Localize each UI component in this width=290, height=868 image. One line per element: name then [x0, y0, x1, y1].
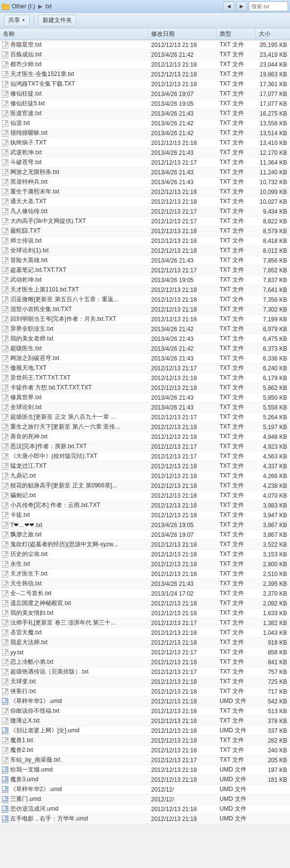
table-row[interactable]: txt 斗破苍穹.txt 2012/12/13 21:17 TXT 文件 11,… — [0, 158, 290, 168]
table-row[interactable]: txt 纨绔病子.TXT 2012/12/13 21:18 TXT 文件 13,… — [0, 138, 290, 148]
table-row[interactable]: txt 超级医生[更新至 正文 第八百九十一章 ... 2012/12/13 2… — [0, 412, 290, 422]
table-row[interactable]: txt 医道官途.txt 2013/4/26 21:43 TXT 文件 16,2… — [0, 109, 290, 119]
table-row[interactable]: txt 永生.txt 2012/12/13 21:18 TXT 文件 2,800… — [0, 559, 290, 569]
table-row[interactable]: txt 微薄止X.txt 2012/12/13 21:18 TXT 文件 378… — [0, 716, 290, 726]
nav-forward-button[interactable]: ▶ — [236, 1, 247, 11]
table-row[interactable]: txt 《大唐小郎中》(校对版完结).TXT 2012/12/13 21:17 … — [0, 452, 290, 461]
table-row[interactable]: txt 卡徒.txt 2012/12/13 21:18 TXT 文件 3,947… — [0, 510, 290, 520]
file-size: 10,732 KB — [256, 179, 290, 186]
table-row[interactable]: txt 侠客行.txt 2012/12/13 21:18 TXT 文件 717 … — [0, 687, 290, 697]
table-row[interactable]: txt 恋上冷酷小弟.txt 2012/12/13 21:18 TXT 文件 8… — [0, 657, 290, 667]
table-row[interactable]: umd 《草样年华1》.umd 2012/12/13 21:18 UMD 文件 … — [0, 697, 290, 706]
file-name-cell: txt 修仙狂徒.txt — [0, 90, 148, 98]
table-row[interactable]: txt 历史的尘埃.txt 2012/12/13 21:18 TXT 文件 3,… — [0, 550, 290, 559]
table-row[interactable]: txt 骗炮记.txt 2012/12/13 21:18 TXT 文件 4,07… — [0, 491, 290, 501]
table-row[interactable]: txt 百炼成仙.txt 2013/4/26 21:42 TXT 文件 23,4… — [0, 50, 290, 60]
nav-back-button[interactable]: ◀ — [223, 1, 234, 11]
table-row[interactable]: txt 异界全职业主.txt 2013/4/26 21:42 TXT 文件 6,… — [0, 324, 290, 334]
table-row[interactable]: txt 回到明朝当王爷[完本]作者：月关.txt.TXT 2012/12/13 … — [0, 314, 290, 324]
table-row[interactable]: txt 武逆乾坤.txt 2013/4/26 21:43 TXT 文件 12,1… — [0, 148, 290, 158]
table-row[interactable]: txt 遗忘国度之神秘殿宣.txt 2012/12/13 21:18 TXT 文… — [0, 599, 290, 608]
table-row[interactable]: txt 九鼎记.txt 2012/12/13 21:18 TXT 文件 4,26… — [0, 471, 290, 481]
table-row[interactable]: txt 最蛇囧.TXT 2012/12/13 21:18 TXT 文件 8,57… — [0, 226, 290, 236]
table-row[interactable]: txt 鬼吹灯(盗墓者的经历)(思源中文网-syzw... 2012/12/13… — [0, 540, 290, 550]
table-row[interactable]: txt 猛龙过江.TXT 2012/12/13 21:18 TXT 文件 4,3… — [0, 461, 290, 471]
file-name: 傲视天地.TXT — [10, 364, 46, 372]
table-row[interactable]: txt 武动乾坤.txt 2013/4/26 19:05 TXT 文件 7,83… — [0, 275, 290, 285]
file-size: 3,867 KB — [256, 531, 290, 538]
table-row[interactable]: txt 天球变.txt 2012/12/13 21:18 TXT 文件 725 … — [0, 677, 290, 687]
table-row[interactable]: txt 卡徒作者 方想.txt.TXT.TXT.TXT 2012/12/13 2… — [0, 383, 290, 393]
table-row[interactable]: txt yy.txt 2012/12/13 21:17 TXT 文件 858 K… — [0, 648, 290, 657]
table-row[interactable]: txt 凡人修仙传.txt 2012/12/13 21:17 TXT 文件 9,… — [0, 207, 290, 217]
table-row[interactable]: txt 善良的死神.txt 2012/12/13 21:18 TXT 文件 4,… — [0, 432, 290, 442]
table-row[interactable]: umd 左手电影，右手：方华年.umd 2012/12/13 21:18 UMD… — [0, 814, 290, 824]
col-header-modified[interactable]: 修改日期 — [148, 28, 217, 40]
table-row[interactable]: txt 超级艳遇传说（完美排版）.txt 2012/12/13 21:17 TX… — [0, 667, 290, 677]
table-row[interactable]: txt 很纯很暧昧.txt 2013/4/26 21:42 TXT 文件 13,… — [0, 128, 290, 138]
col-header-size[interactable]: 大小 — [256, 28, 290, 40]
table-row[interactable]: txt 我的美女老师.txt 2013/4/26 21:43 TXT 文件 6,… — [0, 334, 290, 344]
file-size: 11,240 KB — [256, 169, 290, 176]
table-row[interactable]: txt 都市少帅.txt 2012/12/13 21:18 TXT 文件 23,… — [0, 60, 290, 70]
col-header-name[interactable]: 名称 — [0, 28, 148, 40]
table-row[interactable]: txt 天才医生下.txt 2012/12/13 21:18 TXT 文件 2,… — [0, 569, 290, 579]
table-row[interactable]: txt 盗墓笔记.txt.TXT.TXT 2012/12/13 21:17 TX… — [0, 265, 290, 275]
file-size: 918 KB — [256, 639, 290, 646]
table-row[interactable]: txt 魔兽1.txt 2012/12/13 21:18 TXT 文件 282 … — [0, 736, 290, 746]
table-row[interactable]: umd 《别让老婆上网》[全].umd 2012/12/13 21:18 UMD… — [0, 726, 290, 736]
table-row[interactable]: txt 魔兽2.txt 2012/12/13 21:18 TXT 文件 240 … — [0, 746, 290, 755]
table-row[interactable]: txt 修仙狂徒.txt 2013/4/26 19:07 TXT 文件 17,0… — [0, 89, 290, 99]
table-row[interactable]: umd 悲仿逆流成河.umd 2012/12/13 21:18 UMD 文件 — [0, 804, 290, 814]
table-row[interactable]: txt 我的美女情妇.txt 2012/12/13 21:18 TXT 文件 1… — [0, 608, 290, 618]
col-header-type[interactable]: 类型 — [217, 28, 256, 40]
table-row[interactable]: umd 《草样年华2》.umd 2012/12/ UMD 文件 — [0, 785, 290, 795]
table-row[interactable]: txt 仙鸿路TXT全集下载.TXT 2012/12/13 21:18 TXT … — [0, 79, 290, 89]
table-row[interactable]: txt 法师手礼[更新至 卷三 澎湃年代 第三十... 2012/12/13 2… — [0, 618, 290, 628]
table-row[interactable]: txt 我是大法师.txt 2012/12/13 21:18 TXT 文件 91… — [0, 638, 290, 648]
table-row[interactable]: txt 异世药王.TXT.TXT.TXT 2012/12/13 21:18 TX… — [0, 373, 290, 383]
table-row[interactable]: umd 三重门.umd 2012/12/ UMD 文件 — [0, 795, 290, 804]
table-row[interactable]: txt 飘渺之旅.txt 2013/4/26 19:07 TXT 文件 3,86… — [0, 530, 290, 540]
file-size: 6,979 KB — [256, 326, 290, 333]
table-row[interactable]: txt 全球论剑(1).txt 2012/12/13 21:18 TXT 文件 … — [0, 246, 290, 256]
table-row[interactable]: txt 混世小农民全集.txt.TXT 2012/12/13 21:18 TXT… — [0, 305, 290, 314]
table-row[interactable]: txt 重生之旅行天下[更新至 第八一六章 亚传... 2012/12/13 2… — [0, 422, 290, 432]
table-row[interactable]: txt 网游之无限秒杀.txt 2013/4/26 21:43 TXT 文件 1… — [0, 168, 290, 177]
table-row[interactable]: txt 修仙狂徒5.txt 2013/4/26 19:05 TXT 文件 17,… — [0, 99, 290, 109]
table-row[interactable]: txt 滔蓝微雕[更新至 第五百八十五章：重返... 2012/12/13 21… — [0, 295, 290, 305]
share-button[interactable]: 共享 ▼ — [4, 15, 30, 26]
table-row[interactable]: txt 恶汉[完本]作者：庾新.txt.TXT 2012/12/13 21:17… — [0, 442, 290, 452]
table-row[interactable]: txt 天才医生-全集1521章.txt 2012/12/13 21:18 TX… — [0, 70, 290, 79]
table-row[interactable]: txt 天生韩信.txt 2013/4/26 21:43 TXT 文件 2,39… — [0, 579, 290, 589]
table-row[interactable]: txt 大内高手(3k中文网提供).TXT 2012/12/13 21:17 T… — [0, 217, 290, 226]
table-row[interactable]: umd 魔兽3.umd 2012/12/13 21:18 UMD 文件 181 … — [0, 775, 290, 785]
table-row[interactable]: txt 车站_by_南采薇.txt 2012/12/13 21:17 TXT 文… — [0, 755, 290, 765]
table-row[interactable]: txt 圣雷天魔.txt 2012/12/13 21:18 TXT 文件 1,0… — [0, 628, 290, 638]
table-row[interactable]: txt 超级医生.txt 2013/4/26 21:42 TXT 文件 6,37… — [0, 344, 290, 354]
table-row[interactable]: txt 师士传说.txt 2012/12/13 21:18 TXT 文件 8,4… — [0, 236, 290, 246]
table-row[interactable]: txt 你敢说你不怪福.txt 2012/12/13 21:18 TXT 文件 … — [0, 706, 290, 716]
table-row[interactable]: txt 仙逆.txt 2013/4/26 21:42 TXT 文件 13,558… — [0, 119, 290, 128]
search-input[interactable] — [249, 1, 288, 11]
table-row[interactable]: txt 全球论剑.txt 2013/4/26 21:43 TXT 文件 5,55… — [0, 403, 290, 412]
table-row[interactable]: txt 黑道特种兵.txt 2013/4/26 21:43 TXT 文件 10,… — [0, 177, 290, 187]
file-name: 永生.txt — [10, 560, 30, 568]
file-size: 2,800 KB — [256, 561, 290, 568]
table-row[interactable]: txt 校花的贴身高手[更新至 正文 第0966章]... 2012/12/13… — [0, 481, 290, 491]
table-row[interactable]: txt 吞噬星空.txt 2012/12/13 21:18 TXT 文件 35,… — [0, 40, 290, 50]
table-row[interactable]: txt 网游之刮破苍穹.txt 2013/4/26 21:43 TXT 文件 6… — [0, 354, 290, 363]
table-row[interactable]: txt 全--二号首长.txt 2013/1/24 17:02 TXT 文件 2… — [0, 589, 290, 599]
table-row[interactable]: txt 修真世界.txt 2013/4/26 21:43 TXT 文件 5,85… — [0, 393, 290, 403]
table-row[interactable]: umd 给我一支烟.umd 2012/12/13 21:18 UMD 文件 19… — [0, 765, 290, 775]
new-folder-button[interactable]: 新建文件夹 — [38, 15, 76, 26]
table-row[interactable]: txt 傲视天地.TXT 2012/12/13 21:17 TXT 文件 6,2… — [0, 363, 290, 373]
file-type: TXT 文件 — [217, 80, 256, 88]
table-row[interactable]: txt 通天大圣.TXT 2012/12/13 21:18 TXT 文件 10,… — [0, 197, 290, 207]
table-row[interactable]: txt T❤…❤❤.txt 2013/4/26 19:05 TXT 文件 3,8… — [0, 520, 290, 530]
table-row[interactable]: txt 冒险大英雄.txt 2013/4/26 21:43 TXT 文件 7,8… — [0, 256, 290, 265]
file-modified: 2012/12/13 21:17 — [148, 649, 217, 656]
table-row[interactable]: txt 小兵传奇[完本] 作者：云雨.txt.TXT 2012/12/13 21… — [0, 501, 290, 510]
table-row[interactable]: txt 天才医生上第1101.txt.TXT 2012/12/13 21:18 … — [0, 285, 290, 295]
table-row[interactable]: txt 重生于康熙末年.txt 2012/12/13 21:18 TXT 文件 … — [0, 187, 290, 197]
